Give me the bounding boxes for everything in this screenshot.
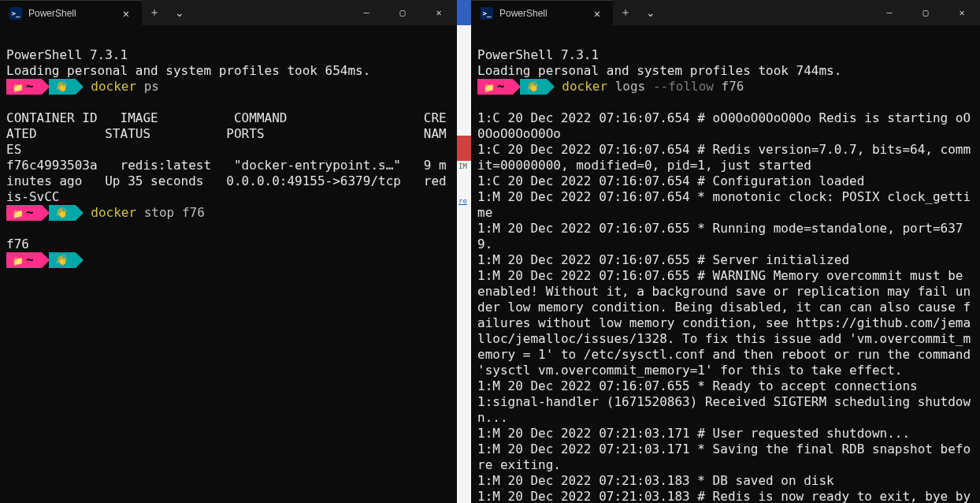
gap-text-im: IM bbox=[457, 161, 471, 172]
folder-icon bbox=[13, 79, 26, 95]
tab-close-button[interactable]: ✕ bbox=[120, 7, 132, 20]
prompt-status-segment: 👋 bbox=[49, 79, 76, 95]
command-text: docker logs --follow f76 bbox=[555, 79, 744, 95]
gap-red bbox=[457, 136, 471, 161]
prompt-line-1: ~👋 docker ps bbox=[6, 79, 451, 95]
titlebar[interactable]: >_ PowerShell ✕ ＋ ⌄ — ▢ ✕ bbox=[0, 0, 457, 25]
prompt-arrow-icon bbox=[547, 79, 555, 95]
prompt-path: ~ bbox=[26, 205, 34, 221]
background-gap: IM re bbox=[457, 0, 471, 503]
profile-load-line: Loading personal and system profiles too… bbox=[6, 63, 370, 78]
log-line: 1:M 20 Dec 2022 07:21:03.171 # User requ… bbox=[477, 426, 910, 441]
prompt-status-segment: 👋 bbox=[49, 205, 76, 221]
minimize-button[interactable]: — bbox=[871, 0, 908, 25]
new-tab-button[interactable]: ＋ bbox=[142, 0, 167, 25]
log-line: 1:M 20 Dec 2022 07:16:07.655 * Ready to … bbox=[477, 378, 918, 393]
prompt-path: ~ bbox=[497, 79, 505, 95]
powershell-icon: >_ bbox=[9, 7, 22, 20]
command-text: docker ps bbox=[84, 79, 159, 95]
folder-icon bbox=[484, 79, 497, 95]
maximize-button[interactable]: ▢ bbox=[908, 0, 944, 25]
terminal-content[interactable]: PowerShell 7.3.1 Loading personal and sy… bbox=[471, 25, 980, 503]
tab-dropdown-button[interactable]: ⌄ bbox=[167, 0, 192, 25]
log-line: 1:M 20 Dec 2022 07:16:07.655 * Running m… bbox=[477, 221, 963, 251]
terminal-window-right: >_ PowerShell ✕ ＋ ⌄ — ▢ ✕ PowerShell 7.3… bbox=[471, 0, 980, 503]
prompt-arrow-icon bbox=[76, 205, 84, 221]
profile-load-line: Loading personal and system profiles too… bbox=[477, 63, 841, 78]
prompt-folder-segment: ~ bbox=[6, 79, 42, 95]
prompt-line-2: ~👋 docker stop f76 bbox=[6, 205, 451, 221]
log-line: 1:M 20 Dec 2022 07:21:03.183 # Redis is … bbox=[477, 489, 971, 503]
folder-icon bbox=[13, 205, 26, 221]
log-line: 1:M 20 Dec 2022 07:16:07.654 * monotonic… bbox=[477, 189, 971, 220]
prompt-arrow-icon bbox=[42, 205, 50, 221]
prompt-folder-segment: ~ bbox=[6, 252, 42, 268]
wave-icon: 👋 bbox=[55, 80, 68, 93]
titlebar-drag-area[interactable] bbox=[663, 0, 871, 25]
titlebar-drag-area[interactable] bbox=[192, 0, 348, 25]
maximize-button[interactable]: ▢ bbox=[384, 0, 421, 25]
log-line: 1:M 20 Dec 2022 07:21:03.183 * DB saved … bbox=[477, 473, 834, 488]
prompt-path: ~ bbox=[26, 252, 34, 268]
gap-text-re: re bbox=[457, 196, 471, 207]
prompt-arrow-icon bbox=[42, 252, 50, 268]
prompt-folder-segment: ~ bbox=[6, 205, 42, 221]
log-line: 1:M 20 Dec 2022 07:16:07.655 # Server in… bbox=[477, 252, 849, 267]
titlebar[interactable]: >_ PowerShell ✕ ＋ ⌄ — ▢ ✕ bbox=[471, 0, 980, 25]
docker-ps-row: f76c4993503a redis:latest "docker-entryp… bbox=[6, 158, 447, 204]
log-line: 1:C 20 Dec 2022 07:16:07.654 # oO0OoO0Oo… bbox=[477, 110, 971, 141]
command-text: docker stop f76 bbox=[84, 205, 205, 221]
prompt-folder-segment: ~ bbox=[477, 79, 513, 95]
tab-title: PowerShell bbox=[499, 8, 585, 19]
prompt-arrow-icon bbox=[513, 79, 521, 95]
close-window-button[interactable]: ✕ bbox=[421, 0, 457, 25]
terminal-content[interactable]: PowerShell 7.3.1 Loading personal and sy… bbox=[0, 25, 457, 503]
minimize-button[interactable]: — bbox=[348, 0, 384, 25]
terminal-window-left: >_ PowerShell ✕ ＋ ⌄ — ▢ ✕ PowerShell 7.3… bbox=[0, 0, 457, 503]
tab-close-button[interactable]: ✕ bbox=[591, 7, 603, 20]
log-line: 1:C 20 Dec 2022 07:16:07.654 # Redis ver… bbox=[477, 142, 971, 173]
window-controls: — ▢ ✕ bbox=[871, 0, 980, 25]
prompt-arrow-icon bbox=[76, 79, 84, 95]
ps-version-line: PowerShell 7.3.1 bbox=[6, 47, 128, 62]
prompt-path: ~ bbox=[26, 79, 34, 95]
tab-powershell[interactable]: >_ PowerShell ✕ bbox=[0, 0, 142, 25]
tab-actions: ＋ ⌄ bbox=[613, 0, 663, 25]
prompt-line-3: ~👋 bbox=[6, 252, 451, 268]
new-tab-button[interactable]: ＋ bbox=[613, 0, 638, 25]
tab-actions: ＋ ⌄ bbox=[142, 0, 192, 25]
close-window-button[interactable]: ✕ bbox=[944, 0, 980, 25]
prompt-arrow-icon bbox=[42, 79, 50, 95]
log-line: 1:M 20 Dec 2022 07:21:03.171 * Saving th… bbox=[477, 442, 971, 472]
docker-stop-output: f76 bbox=[6, 237, 29, 251]
folder-icon bbox=[13, 252, 26, 268]
ps-version-line: PowerShell 7.3.1 bbox=[477, 47, 599, 62]
prompt-line-1: ~👋 docker logs --follow f76 bbox=[477, 79, 974, 95]
window-controls: — ▢ ✕ bbox=[348, 0, 457, 25]
gap-blue bbox=[457, 0, 471, 25]
powershell-icon: >_ bbox=[481, 7, 493, 20]
tab-powershell[interactable]: >_ PowerShell ✕ bbox=[471, 0, 613, 25]
wave-icon: 👋 bbox=[526, 80, 539, 93]
prompt-status-segment: 👋 bbox=[49, 252, 76, 268]
log-line: 1:signal-handler (1671520863) Received S… bbox=[477, 394, 971, 425]
prompt-status-segment: 👋 bbox=[520, 79, 547, 95]
gap-mid: IM re bbox=[457, 25, 471, 503]
wave-icon: 👋 bbox=[55, 207, 68, 219]
log-line: 1:C 20 Dec 2022 07:16:07.654 # Configura… bbox=[477, 173, 864, 188]
docker-ps-header: CONTAINER ID IMAGE COMMAND CREATED STATU… bbox=[6, 110, 447, 157]
tab-dropdown-button[interactable]: ⌄ bbox=[638, 0, 663, 25]
prompt-arrow-icon bbox=[76, 252, 84, 268]
log-line: 1:M 20 Dec 2022 07:16:07.655 # WARNING M… bbox=[477, 268, 978, 378]
wave-icon: 👋 bbox=[55, 254, 68, 266]
tab-title: PowerShell bbox=[28, 8, 113, 19]
